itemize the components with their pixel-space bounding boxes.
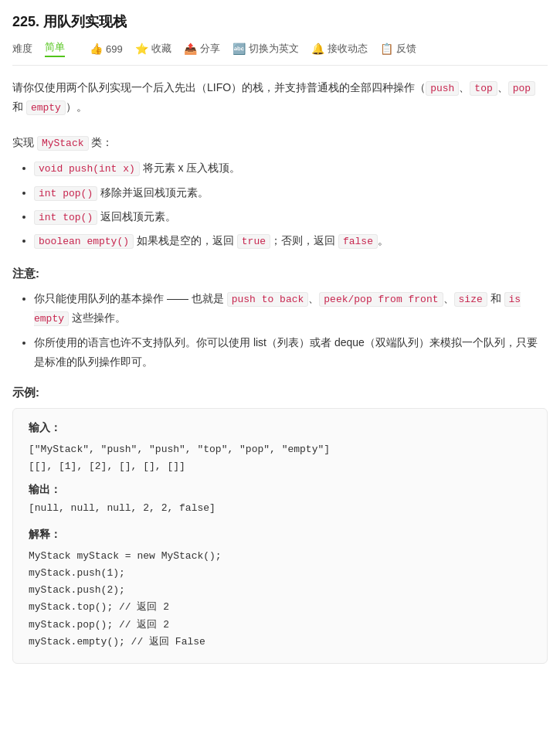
method-pop: int pop() 移除并返回栈顶元素。 <box>34 183 548 202</box>
implement-class: MyStack <box>37 136 89 151</box>
explain-line-4: myStack.pop(); // 返回 2 <box>29 617 531 634</box>
input-line2: [[], [1], [2], [], [], []] <box>29 458 531 475</box>
note1-after: 这些操作。 <box>69 311 126 324</box>
notify-label: 接收动态 <box>328 42 368 56</box>
share-label: 分享 <box>200 42 220 56</box>
explain-line-0: MyStack myStack = new MyStack(); <box>29 548 531 565</box>
toolbar-collect[interactable]: ⭐ 收藏 <box>135 42 171 56</box>
collect-label: 收藏 <box>151 42 171 56</box>
toolbar-feedback[interactable]: 📋 反馈 <box>380 42 416 56</box>
note1-code2: peek/pop from front <box>319 292 443 307</box>
description-paragraph: 请你仅使用两个队列实现一个后入先出（LIFO）的栈，并支持普通栈的全部四种操作（… <box>12 78 548 117</box>
input-label: 输入： <box>29 421 531 435</box>
true-code: true <box>237 234 270 249</box>
translate-label: 切换为英文 <box>249 42 299 56</box>
difficulty-label: 难度 <box>12 42 32 56</box>
input-line1: ["MyStack", "push", "push", "top", "pop"… <box>29 441 531 458</box>
note-item-2: 你所使用的语言也许不支持队列。你可以使用 list（列表）或者 deque（双端… <box>34 333 548 372</box>
note1-code3: size <box>454 292 487 307</box>
method-empty-period: 。 <box>378 234 389 246</box>
note1-mid3: 和 <box>487 292 504 304</box>
desc-mid4: ）。 <box>66 100 87 113</box>
desc-intro: 请你仅使用两个队列实现一个后入先出（LIFO）的栈，并支持普通栈的全部四种操作（ <box>12 81 426 94</box>
implement-label: 实现 <box>12 136 37 148</box>
toolbar-notify[interactable]: 🔔 接收动态 <box>311 42 368 56</box>
implement-section: 实现 MyStack 类： void push(int x) 将元素 x 压入栈… <box>12 133 548 251</box>
difficulty-value[interactable]: 简单 <box>45 40 65 57</box>
method-empty-code: boolean empty() <box>34 234 134 249</box>
method-empty-semicolon: ；否则，返回 <box>270 234 338 246</box>
collect-icon: ⭐ <box>135 42 148 55</box>
notes-list: 你只能使用队列的基本操作 —— 也就是 push to back、peek/po… <box>12 289 548 372</box>
method-top-code: int top() <box>34 210 97 225</box>
share-icon: 📤 <box>184 42 197 55</box>
note1-mid2: 、 <box>443 292 454 304</box>
example-heading: 示例: <box>12 386 548 400</box>
note2-text: 你所使用的语言也许不支持队列。你可以使用 list（列表）或者 deque（双端… <box>34 336 538 368</box>
example-box: 输入： ["MyStack", "push", "push", "top", "… <box>12 408 548 664</box>
pop-code: pop <box>508 81 535 96</box>
note1-code1: push to back <box>227 292 309 307</box>
explain-line-1: myStack.push(1); <box>29 565 531 582</box>
method-empty-desc-before: 如果栈是空的，返回 <box>137 234 237 246</box>
method-pop-code: int pop() <box>34 186 97 201</box>
translate-icon: 🔤 <box>232 42 246 55</box>
example-section: 示例: 输入： ["MyStack", "push", "push", "top… <box>12 386 548 664</box>
explain-label: 解释： <box>29 528 531 542</box>
feedback-icon: 📋 <box>380 42 393 55</box>
toolbar-translate[interactable]: 🔤 切换为英文 <box>232 42 299 56</box>
method-top: int top() 返回栈顶元素。 <box>34 207 548 226</box>
note-item-1: 你只能使用队列的基本操作 —— 也就是 push to back、peek/po… <box>34 289 548 328</box>
top-code: top <box>470 81 497 96</box>
explain-line-2: myStack.push(2); <box>29 582 531 599</box>
like-icon: 👍 <box>90 42 103 55</box>
method-empty: boolean empty() 如果栈是空的，返回 true；否则，返回 fal… <box>34 231 548 250</box>
push-code: push <box>426 81 459 96</box>
problem-title: 225. 用队列实现栈 <box>12 12 548 31</box>
false-code: false <box>338 234 378 249</box>
explain-line-3: myStack.top(); // 返回 2 <box>29 599 531 616</box>
toolbar-share[interactable]: 📤 分享 <box>184 42 220 56</box>
implement-suffix: 类： <box>89 136 114 148</box>
note1-before: 你只能使用队列的基本操作 —— 也就是 <box>34 292 227 304</box>
page-container: 225. 用队列实现栈 难度 简单 👍 699 ⭐ 收藏 📤 分享 🔤 切换为英… <box>0 0 560 695</box>
note1-mid1: 、 <box>308 292 319 304</box>
method-push-code: void push(int x) <box>34 162 140 176</box>
note-section: 注意: 你只能使用队列的基本操作 —— 也就是 push to back、pee… <box>12 267 548 372</box>
notify-icon: 🔔 <box>311 42 324 55</box>
empty-code: empty <box>26 100 66 115</box>
description-section: 请你仅使用两个队列实现一个后入先出（LIFO）的栈，并支持普通栈的全部四种操作（… <box>12 78 548 117</box>
toolbar: 难度 简单 👍 699 ⭐ 收藏 📤 分享 🔤 切换为英文 🔔 接收动态 📋 反… <box>12 40 548 66</box>
implement-paragraph: 实现 MyStack 类： <box>12 133 548 152</box>
methods-list: void push(int x) 将元素 x 压入栈顶。 int pop() 移… <box>12 158 548 251</box>
note-heading: 注意: <box>12 267 548 281</box>
method-push: void push(int x) 将元素 x 压入栈顶。 <box>34 158 548 178</box>
desc-mid2: 、 <box>497 81 508 94</box>
output-label: 输出： <box>29 483 531 497</box>
output-line: [null, null, null, 2, 2, false] <box>29 500 531 517</box>
explain-line-5: myStack.empty(); // 返回 False <box>29 634 531 651</box>
like-count: 699 <box>106 43 123 55</box>
desc-mid1: 、 <box>459 81 470 94</box>
feedback-label: 反馈 <box>396 42 416 56</box>
toolbar-like[interactable]: 👍 699 <box>90 42 123 55</box>
desc-mid3: 和 <box>12 100 26 113</box>
